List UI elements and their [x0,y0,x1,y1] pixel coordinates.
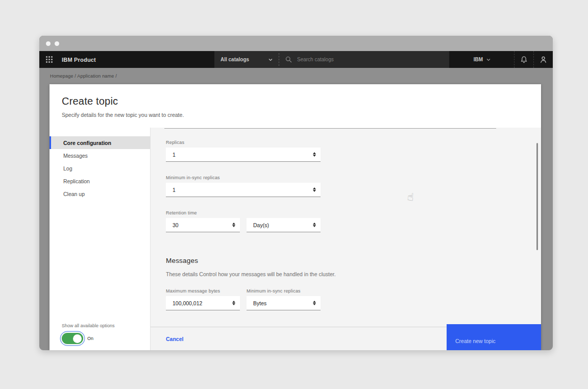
min-insync-replicas-label: Minimum in-sync replicas [166,175,541,180]
nav-item-label: Messages [63,153,88,159]
app-header: IBM Product All catalogs [39,51,553,68]
section-nav: Core configuration Messages Log Replicat… [50,128,151,350]
window-control-dot[interactable] [55,41,59,46]
retention-unit-field [247,218,321,232]
search-icon [285,56,292,63]
account-dropdown[interactable]: IBM [467,51,514,68]
nav-item-clean-up[interactable]: Clean up [50,187,150,200]
show-options-block: Show all available options On [62,323,115,344]
notifications-button[interactable] [514,51,533,68]
search-input[interactable] [297,57,443,62]
nav-item-label: Log [63,165,72,172]
retention-unit-select[interactable] [247,218,321,232]
nav-item-log[interactable]: Log [50,162,150,175]
header-right-zone: IBM [467,51,553,68]
create-new-topic-button[interactable]: Create new topic [447,324,541,350]
cancel-button[interactable]: Cancel [166,336,183,342]
max-message-bytes-label: Maximum message bytes [166,288,240,294]
max-message-bytes-field [166,296,240,310]
nav-item-label: Clean up [63,191,85,197]
number-stepper[interactable] [232,218,235,232]
select-stepper[interactable] [313,296,316,310]
retention-value-input[interactable] [166,218,240,232]
retention-time-label: Retention time [166,210,541,215]
breadcrumb-band: Homepage / Application name / [39,68,553,84]
toggle-knob [73,334,82,343]
replicas-input[interactable] [166,148,321,161]
nav-item-label: Replication [63,178,90,184]
retention-value-field [166,218,240,232]
messages-section-title: Messages [166,257,541,264]
brand-title: IBM Product [59,51,96,68]
search-field[interactable] [279,51,449,68]
window-control-dot[interactable] [46,41,51,46]
number-stepper[interactable] [232,296,235,310]
messages-section-description: These details Control how your messages … [166,271,541,277]
replicas-label: Replicas [166,140,541,145]
header-middle-band: All catalogs [214,51,449,68]
clipped-next-field: … [166,319,197,321]
chevron-down-icon [268,58,273,62]
create-topic-modal: Create topic Specify details for the new… [50,84,541,350]
catalogs-dropdown[interactable]: All catalogs [214,51,279,68]
max-message-bytes-input[interactable] [166,296,240,310]
window-titlebar [39,36,553,51]
catalogs-dropdown-label: All catalogs [220,57,249,62]
app-switcher-button[interactable] [39,51,59,68]
vertical-scrollbar-thumb[interactable] [536,143,538,250]
show-options-toggle[interactable] [62,333,83,344]
form-area: Replicas Minimum in-sync replicas Retent… [151,128,541,350]
account-dropdown-label: IBM [474,57,483,62]
nav-item-label: Core configuration [63,140,111,146]
desktop-background: IBM Product All catalogs [0,0,588,389]
user-icon [540,56,547,63]
min-insync-bytes-field [247,296,321,310]
toggle-state-label: On [87,336,93,341]
chevron-down-icon [486,58,491,62]
replicas-field [166,148,321,162]
grid-icon [46,56,53,63]
min-insync-bytes-select[interactable] [247,296,321,310]
modal-body: Core configuration Messages Log Replicat… [50,128,541,350]
user-button[interactable] [533,51,553,68]
toggle-label: Show all available options [62,323,115,328]
min-insync-replicas-input[interactable] [166,183,321,197]
nav-item-messages[interactable]: Messages [50,149,150,162]
page-title: Create topic [62,95,529,107]
number-stepper[interactable] [313,183,316,197]
min-insync-bytes-label: Minimum in-sync replicas [247,288,321,294]
page-subtitle: Specify details for the new topic you wa… [62,112,529,118]
number-stepper[interactable] [313,148,316,161]
bell-icon [521,56,527,63]
breadcrumb[interactable]: Homepage / Application name / [50,74,117,79]
min-insync-replicas-field [166,183,321,197]
nav-item-core-configuration[interactable]: Core configuration [50,136,150,149]
modal-header: Create topic Specify details for the new… [50,84,541,128]
app-window: IBM Product All catalogs [39,36,553,350]
select-stepper[interactable] [313,218,316,232]
scrolled-input-edge [164,128,496,129]
nav-item-replication[interactable]: Replication [50,175,150,187]
